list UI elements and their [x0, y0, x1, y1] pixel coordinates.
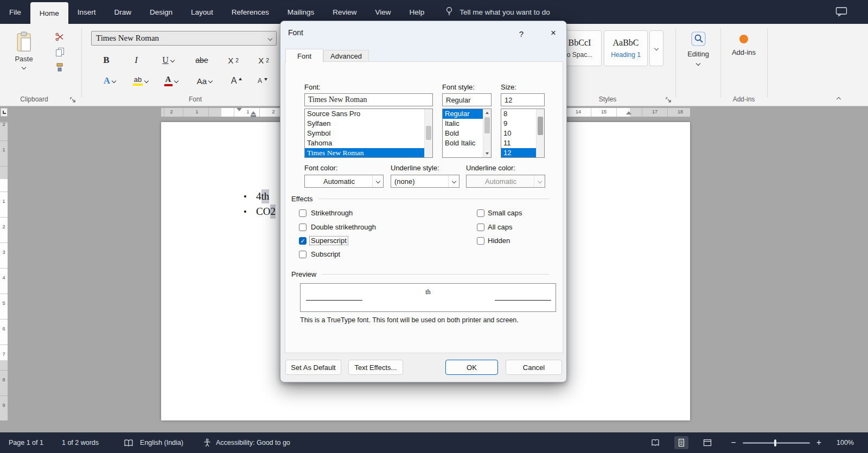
text-effects-button[interactable]: A: [98, 73, 122, 89]
font-color-dropdown[interactable]: Automatic: [304, 175, 384, 188]
group-divider: [322, 274, 549, 275]
checkbox-all-caps-label[interactable]: All caps: [488, 223, 513, 231]
zoom-out-button[interactable]: −: [731, 438, 736, 448]
font-style-list[interactable]: Regular Italic Bold Bold Italic: [442, 109, 492, 158]
status-page-count[interactable]: Page 1 of 1: [9, 439, 43, 446]
ok-button[interactable]: OK: [445, 360, 498, 375]
underline-color-dropdown[interactable]: Automatic: [466, 175, 545, 188]
scrollbar-thumb[interactable]: [426, 126, 431, 140]
checkbox-hidden[interactable]: [477, 237, 484, 245]
dialog-tab-font[interactable]: Font: [285, 49, 323, 62]
superscript-button[interactable]: X2: [253, 52, 275, 68]
subscript-button[interactable]: X2: [222, 52, 244, 68]
shrink-font-button[interactable]: A: [253, 73, 272, 89]
checkbox-strikethrough-label[interactable]: Strikethrough: [311, 209, 353, 217]
web-layout-button[interactable]: [700, 436, 714, 449]
checkbox-superscript-label[interactable]: Superscript: [310, 237, 348, 245]
zoom-in-button[interactable]: +: [816, 438, 821, 448]
right-indent-marker[interactable]: [626, 111, 631, 114]
font-name-field[interactable]: Times New Roman: [304, 93, 433, 106]
font-list-item-selected[interactable]: Times New Roman: [305, 148, 432, 158]
clipboard-dialog-launcher[interactable]: [69, 97, 76, 103]
dialog-help-button[interactable]: ?: [514, 27, 529, 40]
checkbox-small-caps-label[interactable]: Small caps: [488, 209, 522, 217]
tab-draw[interactable]: Draw: [105, 0, 141, 24]
checkbox-superscript[interactable]: ✓: [299, 237, 307, 245]
font-list-scrollbar[interactable]: [424, 109, 432, 157]
text-highlight-button[interactable]: ab: [127, 73, 154, 89]
underline-style-dropdown[interactable]: (none): [391, 175, 459, 188]
font-list-item[interactable]: Tahoma: [305, 138, 432, 148]
accessibility-icon[interactable]: [203, 438, 212, 448]
checkbox-subscript-label[interactable]: Subscript: [311, 250, 340, 258]
styles-gallery-more-button[interactable]: [649, 30, 663, 66]
status-language[interactable]: English (India): [140, 439, 183, 446]
zoom-level[interactable]: 100%: [831, 439, 854, 446]
font-name-combo[interactable]: Times New Roman: [91, 31, 277, 46]
scroll-down-arrow[interactable]: [483, 150, 491, 157]
proofing-icon[interactable]: [124, 439, 133, 447]
font-color-button[interactable]: A: [158, 73, 183, 89]
tab-layout[interactable]: Layout: [182, 0, 222, 24]
zoom-slider-thumb[interactable]: [774, 439, 776, 446]
first-line-indent-marker[interactable]: [237, 108, 242, 111]
collapse-ribbon-button[interactable]: [833, 94, 844, 104]
dialog-close-button[interactable]: ×: [544, 26, 563, 40]
styles-dialog-launcher[interactable]: [665, 97, 672, 103]
font-size-list[interactable]: 8 9 10 11 12: [501, 109, 545, 158]
checkbox-subscript[interactable]: [299, 251, 307, 258]
scroll-up-arrow[interactable]: [483, 109, 491, 117]
copy-button[interactable]: [51, 46, 68, 59]
tab-home[interactable]: Home: [30, 2, 68, 24]
checkbox-strikethrough[interactable]: [299, 209, 307, 217]
tab-design[interactable]: Design: [141, 0, 182, 24]
font-style-field[interactable]: Regular: [442, 93, 492, 106]
paste-button[interactable]: Paste: [8, 28, 40, 91]
set-as-default-button[interactable]: Set As Default: [285, 360, 341, 375]
checkbox-hidden-label[interactable]: Hidden: [488, 237, 510, 245]
checkbox-small-caps[interactable]: [477, 209, 484, 217]
zoom-slider[interactable]: [743, 442, 810, 444]
font-name-list[interactable]: Source Sans Pro Sylfaen Symbol Tahoma Ti…: [304, 109, 433, 158]
cut-button[interactable]: [51, 30, 68, 43]
comment-icon[interactable]: [835, 7, 847, 18]
underline-button[interactable]: U: [155, 52, 181, 68]
status-accessibility[interactable]: Accessibility: Good to go: [216, 439, 290, 446]
add-ins-button[interactable]: Add-ins: [725, 28, 763, 89]
checkbox-double-strikethrough-label[interactable]: Double strikethrough: [311, 223, 376, 231]
bullet-line[interactable]: • CO2: [244, 205, 276, 219]
size-list-scrollbar[interactable]: [536, 109, 544, 157]
print-layout-button[interactable]: [674, 436, 688, 449]
tab-insert[interactable]: Insert: [68, 0, 105, 24]
tab-file[interactable]: File: [0, 0, 30, 24]
status-word-count[interactable]: 1 of 2 words: [62, 439, 99, 446]
editing-button[interactable]: Editing: [681, 28, 715, 89]
bold-button[interactable]: B: [98, 52, 115, 68]
italic-button[interactable]: I: [128, 52, 144, 68]
bullet-line[interactable]: • 4th: [244, 189, 269, 204]
format-painter-button[interactable]: [51, 61, 68, 74]
scrollbar-thumb[interactable]: [484, 117, 490, 133]
tab-selector[interactable]: [1, 108, 8, 117]
change-case-button[interactable]: Aa: [192, 73, 217, 89]
cancel-button[interactable]: Cancel: [506, 360, 562, 375]
scrollbar-thumb[interactable]: [538, 117, 543, 135]
dropdown-chevron-icon[interactable]: [372, 175, 383, 187]
read-mode-button[interactable]: [648, 436, 662, 449]
font-list-item[interactable]: Sylfaen: [305, 119, 432, 129]
font-list-item[interactable]: Symbol: [305, 129, 432, 138]
font-list-item[interactable]: Source Sans Pro: [305, 109, 432, 119]
style-card-heading1[interactable]: AaBbC Heading 1: [604, 30, 648, 66]
checkbox-double-strikethrough[interactable]: [299, 224, 307, 231]
font-size-field[interactable]: 12: [501, 93, 545, 106]
grow-font-button[interactable]: A: [227, 73, 246, 89]
tab-references[interactable]: References: [222, 0, 278, 24]
dialog-tab-advanced[interactable]: Advanced: [323, 50, 369, 61]
text-effects-dialog-button[interactable]: Text Effects...: [348, 360, 403, 375]
dropdown-chevron-icon[interactable]: [448, 175, 459, 187]
left-indent-marker[interactable]: [251, 115, 256, 117]
strikethrough-button[interactable]: abe: [190, 52, 214, 68]
hanging-indent-marker[interactable]: [251, 111, 256, 114]
checkbox-all-caps[interactable]: [477, 224, 484, 231]
style-list-scrollbar[interactable]: [483, 109, 491, 157]
